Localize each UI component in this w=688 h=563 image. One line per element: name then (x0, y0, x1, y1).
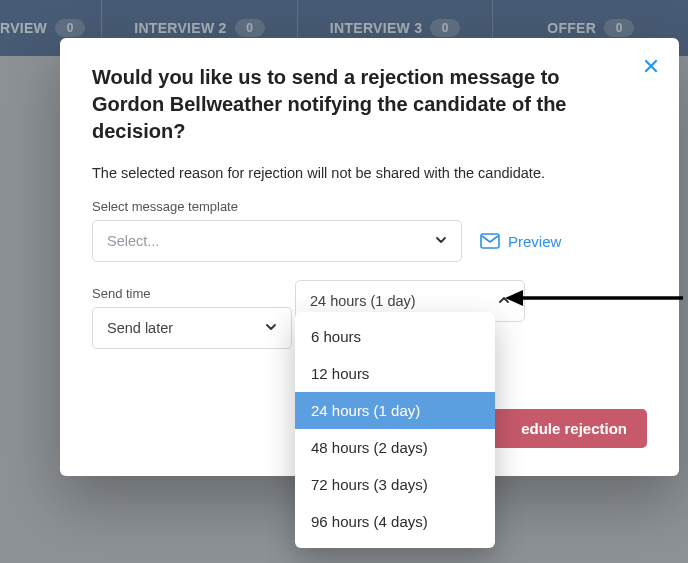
send-time-label: Send time (92, 286, 292, 301)
template-label: Select message template (92, 199, 647, 214)
mail-icon (480, 233, 500, 249)
template-select[interactable]: Select... (92, 220, 462, 262)
delay-option[interactable]: 12 hours (295, 355, 495, 392)
template-select-placeholder: Select... (107, 233, 159, 249)
send-time-select[interactable]: Send later (92, 307, 292, 349)
close-icon (643, 58, 659, 74)
preview-label: Preview (508, 233, 561, 250)
delay-option[interactable]: 6 hours (295, 318, 495, 355)
delay-time-dropdown[interactable]: 6 hours12 hours24 hours (1 day)48 hours … (295, 312, 495, 548)
modal-note: The selected reason for rejection will n… (92, 165, 647, 181)
schedule-rejection-label: edule rejection (521, 420, 627, 437)
delay-option[interactable]: 48 hours (2 days) (295, 429, 495, 466)
delay-time-value: 24 hours (1 day) (310, 293, 416, 309)
close-button[interactable] (637, 52, 665, 80)
delay-option[interactable]: 96 hours (4 days) (295, 503, 495, 540)
chevron-down-icon (265, 320, 277, 336)
send-time-value: Send later (107, 320, 173, 336)
preview-link[interactable]: Preview (480, 233, 561, 250)
chevron-up-icon (498, 293, 510, 309)
chevron-down-icon (435, 233, 447, 249)
delay-option[interactable]: 24 hours (1 day) (295, 392, 495, 429)
delay-option[interactable]: 72 hours (3 days) (295, 466, 495, 503)
modal-title: Would you like us to send a rejection me… (92, 64, 611, 145)
schedule-rejection-button[interactable]: edule rejection (475, 409, 647, 448)
